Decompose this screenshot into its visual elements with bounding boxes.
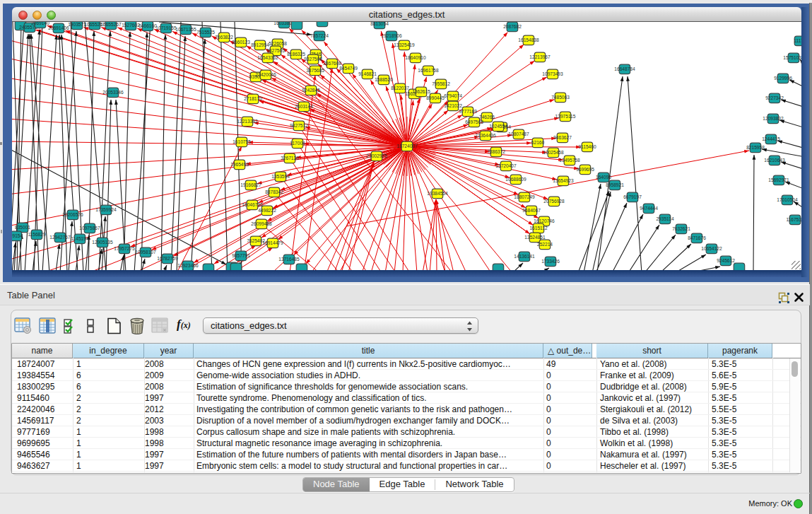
svg-text:8813054: 8813054 xyxy=(370,22,389,26)
svg-text:8912954: 8912954 xyxy=(251,42,269,47)
svg-text:62160: 62160 xyxy=(531,140,545,145)
svg-text:9857791: 9857791 xyxy=(232,253,250,258)
svg-text:1024554: 1024554 xyxy=(489,124,507,129)
svg-text:21364436: 21364436 xyxy=(475,133,496,138)
svg-text:23002975: 23002975 xyxy=(366,153,387,158)
svg-text:7632621: 7632621 xyxy=(672,226,690,231)
svg-text:9327508: 9327508 xyxy=(304,57,322,62)
svg-text:9699695: 9699695 xyxy=(576,167,594,172)
svg-text:252214: 252214 xyxy=(537,242,553,247)
svg-text:7663822: 7663822 xyxy=(215,35,233,40)
svg-text:20206576: 20206576 xyxy=(62,212,83,217)
svg-text:3875685: 3875685 xyxy=(306,68,324,73)
svg-text:23420046: 23420046 xyxy=(255,72,276,77)
svg-text:2935114: 2935114 xyxy=(656,216,674,221)
svg-text:1615112: 1615112 xyxy=(529,226,548,230)
svg-text:10958107: 10958107 xyxy=(135,250,156,255)
svg-text:9684067: 9684067 xyxy=(522,208,541,213)
svg-text:15751034: 15751034 xyxy=(783,55,801,60)
svg-text:117004: 117004 xyxy=(290,141,305,146)
svg-text:20756928: 20756928 xyxy=(543,199,565,204)
svg-text:1362615: 1362615 xyxy=(412,89,430,94)
svg-text:9129996: 9129996 xyxy=(774,76,792,81)
svg-text:19166827: 19166827 xyxy=(240,182,261,187)
svg-text:8215958: 8215958 xyxy=(746,145,765,150)
svg-text:10655267: 10655267 xyxy=(100,22,122,27)
svg-text:7886372: 7886372 xyxy=(487,149,505,154)
svg-text:835001: 835001 xyxy=(15,225,30,230)
svg-text:12213392: 12213392 xyxy=(237,119,258,124)
svg-text:26099488: 26099488 xyxy=(251,221,272,226)
svg-text:16782759: 16782759 xyxy=(157,256,178,261)
svg-text:13716485: 13716485 xyxy=(278,257,300,262)
svg-text:17010504: 17010504 xyxy=(777,197,798,202)
svg-text:7955812: 7955812 xyxy=(432,81,450,86)
svg-text:6679197: 6679197 xyxy=(623,194,642,199)
svg-text:1965493: 1965493 xyxy=(230,162,249,167)
svg-text:11174: 11174 xyxy=(794,38,801,43)
svg-text:1167534: 1167534 xyxy=(786,217,801,222)
svg-text:12942757: 12942757 xyxy=(49,235,71,240)
svg-text:18640910: 18640910 xyxy=(405,55,426,60)
svg-text:16914479: 16914479 xyxy=(262,240,283,245)
svg-text:12093832: 12093832 xyxy=(763,116,784,121)
svg-text:1610755: 1610755 xyxy=(233,139,251,144)
svg-text:164095: 164095 xyxy=(596,175,611,180)
svg-text:39154: 39154 xyxy=(12,233,23,238)
svg-text:8471676: 8471676 xyxy=(688,235,706,240)
svg-text:15692971: 15692971 xyxy=(768,177,789,182)
svg-text:8660123: 8660123 xyxy=(232,40,250,45)
svg-text:13495758: 13495758 xyxy=(559,158,580,163)
svg-text:20053346: 20053346 xyxy=(102,90,124,95)
svg-text:1903571: 1903571 xyxy=(68,22,86,27)
svg-text:8878342: 8878342 xyxy=(265,189,283,194)
svg-text:13325419: 13325419 xyxy=(394,42,415,47)
svg-text:7485063: 7485063 xyxy=(551,95,570,100)
svg-text:2087682: 2087682 xyxy=(503,24,522,29)
svg-text:16961758: 16961758 xyxy=(418,68,439,73)
svg-text:16046736: 16046736 xyxy=(242,202,263,207)
svg-text:3267130: 3267130 xyxy=(281,156,299,160)
svg-text:13975115: 13975115 xyxy=(555,114,576,119)
svg-text:1527602: 1527602 xyxy=(122,23,140,28)
svg-text:2718170: 2718170 xyxy=(244,96,262,101)
svg-text:9115460: 9115460 xyxy=(578,144,596,149)
svg-text:2603144: 2603144 xyxy=(295,104,313,109)
svg-text:16120746: 16120746 xyxy=(534,218,555,223)
svg-text:6466160: 6466160 xyxy=(139,23,157,28)
svg-text:5226058: 5226058 xyxy=(269,41,287,46)
svg-text:6497568: 6497568 xyxy=(465,119,483,124)
svg-text:16210643: 16210643 xyxy=(764,158,785,163)
svg-text:19218906: 19218906 xyxy=(381,33,402,38)
svg-text:1733426: 1733426 xyxy=(541,259,560,264)
svg-text:20691406: 20691406 xyxy=(48,25,69,30)
svg-text:9245612: 9245612 xyxy=(717,258,735,263)
svg-text:12923466: 12923466 xyxy=(177,263,199,268)
svg-text:9777169: 9777169 xyxy=(459,109,477,114)
svg-text:7515525: 7515525 xyxy=(196,30,215,35)
svg-text:10719155: 10719155 xyxy=(155,25,177,30)
svg-text:12213967: 12213967 xyxy=(529,54,551,59)
svg-text:9474444: 9474444 xyxy=(640,206,658,211)
svg-text:2867608: 2867608 xyxy=(323,61,341,66)
svg-text:9146821: 9146821 xyxy=(358,71,377,76)
svg-text:1421022: 1421022 xyxy=(444,103,462,108)
svg-text:10973493: 10973493 xyxy=(542,71,563,76)
svg-text:18807249: 18807249 xyxy=(514,194,535,199)
svg-text:14136141: 14136141 xyxy=(514,254,535,259)
svg-text:13524851: 13524851 xyxy=(524,235,546,240)
svg-text:746266: 746266 xyxy=(479,115,495,119)
svg-text:16543362: 16543362 xyxy=(257,55,278,60)
svg-text:8186325: 8186325 xyxy=(287,52,305,57)
svg-text:17359924: 17359924 xyxy=(95,207,117,212)
svg-text:1156829: 1156829 xyxy=(28,232,46,237)
svg-text:17957275: 17957275 xyxy=(114,246,135,251)
svg-text:9463627: 9463627 xyxy=(553,135,572,140)
svg-text:9242845: 9242845 xyxy=(302,88,320,93)
svg-text:12905135: 12905135 xyxy=(92,240,113,245)
svg-text:9327505: 9327505 xyxy=(266,48,285,53)
svg-text:9227342: 9227342 xyxy=(765,95,784,100)
svg-text:8990445: 8990445 xyxy=(426,95,445,100)
svg-text:10975867: 10975867 xyxy=(79,226,100,230)
svg-text:19384554: 19384554 xyxy=(427,191,448,196)
